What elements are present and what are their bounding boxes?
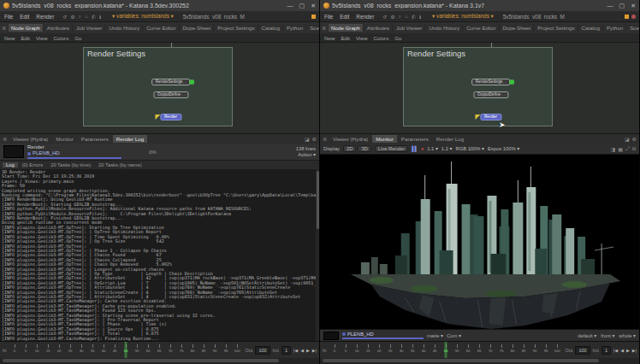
pause-icon[interactable]: ▌▌ <box>412 146 418 151</box>
catalog-dropdown[interactable]: whole ▾ <box>619 333 636 338</box>
pane-tab[interactable]: Python <box>284 24 306 32</box>
catalog-dropdown[interactable]: front ▾ <box>601 333 614 338</box>
gain-select[interactable]: 1.2 ▾ <box>441 146 453 151</box>
log-tab[interactable]: Log <box>3 162 18 167</box>
render-node[interactable]: Render <box>480 114 501 120</box>
render-log-output[interactable]: 3D Render: Render Start Time: Fri Dec 13… <box>0 169 319 341</box>
transport-button[interactable]: ▶| <box>632 348 637 353</box>
nodegraph-menu-item[interactable]: New <box>4 35 15 41</box>
window-control-button[interactable]: — <box>287 3 293 9</box>
transport-button[interactable]: ◀ <box>620 348 624 353</box>
menu-item[interactable]: Render <box>355 14 375 20</box>
nodegraph-menu-item[interactable]: Colors <box>53 35 68 41</box>
timeline-inc-field[interactable]: 1 <box>601 346 611 355</box>
snapshot-icon[interactable]: ⧉ <box>632 146 636 152</box>
timeline-out-field[interactable]: 100 <box>255 346 270 355</box>
pane-tab[interactable]: Attributes <box>44 24 73 32</box>
window-control-button[interactable]: — <box>607 3 613 9</box>
timeline-scrollbar-thumb[interactable] <box>323 359 599 362</box>
scene-file-button[interactable]: 5v5Islands_v08_rocks_M <box>503 14 565 20</box>
window-control-button[interactable]: ✕ <box>631 3 636 9</box>
pane-tab[interactable]: Undo History <box>106 24 143 32</box>
pane-tab[interactable]: Undo History <box>426 24 463 32</box>
panel-tab[interactable]: Parameters <box>78 135 112 143</box>
toolbar-icon[interactable]: ⌕ <box>399 14 401 20</box>
catalog-item[interactable]: PLENB_HD <box>342 332 424 339</box>
expand-icon[interactable]: ⤢ <box>625 146 630 152</box>
outputdefine-node[interactable]: OutputDefine <box>473 91 508 98</box>
render-thumbnail[interactable] <box>3 145 24 158</box>
rendersettings-node[interactable]: RenderSettings <box>151 79 191 85</box>
toolbar-icon[interactable]: ⌂ <box>405 14 408 20</box>
log-tab[interactable]: 20 Tasks (by time) <box>47 162 94 167</box>
timeline-scrollbar-thumb[interactable] <box>3 359 279 362</box>
window-control-button[interactable]: ▢ <box>299 3 305 9</box>
pane-tab[interactable]: Project Settings <box>535 24 578 32</box>
pane-tab[interactable]: Job Viewer <box>74 24 106 32</box>
titlebar-right[interactable]: 5v5Islands_v08_rocks_expansion.katana* -… <box>320 0 639 11</box>
timeline-out-field[interactable]: 100 <box>575 346 590 355</box>
nodegraph-menu-item[interactable]: Go <box>74 35 81 41</box>
channel-select[interactable]: RGB 100% ▾ <box>455 146 484 151</box>
compare-icon[interactable]: ◨ <box>611 146 616 152</box>
scene-file-button[interactable]: 5v5Islands_v08_rocks_M <box>183 14 245 20</box>
transport-button[interactable]: ▶ <box>626 348 630 353</box>
catalog-dropdown[interactable]: default ▾ <box>578 333 596 338</box>
transport-button[interactable]: ◀ <box>300 348 304 353</box>
pane-tab[interactable]: Catalog <box>259 24 283 32</box>
log-scrollbar[interactable] <box>316 169 319 341</box>
toolbar-icon[interactable]: ⌂ <box>85 14 88 20</box>
timeline-scrollbar[interactable] <box>0 358 319 364</box>
rendersettings-node[interactable]: RenderSettings <box>471 79 511 85</box>
nodegraph-menu-item[interactable]: View <box>36 35 47 41</box>
menu-item[interactable]: File <box>3 14 14 20</box>
nodegraph-canvas-right[interactable]: Render Settings RenderSettings OutputDef… <box>320 43 639 133</box>
pane-tab[interactable]: Dope Sheet <box>501 24 535 32</box>
pane-tab[interactable]: Curve Editor <box>464 24 499 32</box>
menu-item[interactable]: File <box>323 14 334 20</box>
transport-button[interactable]: |◀ <box>613 348 618 353</box>
panel-tab[interactable]: Viewer (Hydra) <box>329 135 371 143</box>
toolbar-icon[interactable]: ✆ <box>412 14 416 20</box>
view-flag-icon[interactable] <box>189 79 194 85</box>
dimension-button[interactable]: 3D <box>358 145 370 152</box>
log-scrollbar-thumb[interactable] <box>317 171 319 229</box>
panel-tab[interactable]: Viewer (Hydra) <box>9 135 51 143</box>
nodegraph-menu-item[interactable]: Go <box>394 35 401 41</box>
outputdefine-node[interactable]: OutputDefine <box>153 91 188 98</box>
dimension-button[interactable]: 2D <box>343 145 356 152</box>
panel-tab[interactable]: Parameters <box>398 135 432 143</box>
view-flag-icon[interactable] <box>509 79 514 85</box>
window-control-button[interactable]: ▢ <box>619 3 625 9</box>
toolbar-icon[interactable]: ↺ <box>62 14 67 20</box>
gear-icon[interactable]: ⚙ <box>312 136 317 142</box>
transport-button[interactable]: |◀ <box>293 348 298 353</box>
log-tab[interactable]: (0) Errors <box>19 162 46 167</box>
transport-button[interactable]: ▶ <box>306 348 310 353</box>
pin-icon[interactable]: ◪ <box>305 136 310 142</box>
variables-button[interactable]: ▾ variables: numIslands ▾ <box>112 13 174 20</box>
action-dropdown[interactable]: Action ▾ <box>296 152 316 158</box>
catalog-dropdown[interactable]: Com ▾ <box>447 333 461 338</box>
toolbar-icon[interactable]: ℹ <box>419 14 421 20</box>
panel-tab[interactable]: Render Log <box>433 135 467 143</box>
pane-tab[interactable]: Attributes <box>364 24 393 32</box>
pane-tab[interactable]: Scene Gr <box>627 24 639 32</box>
nodegraph-menu-item[interactable]: Colors <box>373 35 388 41</box>
menu-item[interactable]: Edit <box>19 14 30 20</box>
pane-tab[interactable]: Job Viewer <box>394 24 426 32</box>
panel-tab[interactable]: Monitor <box>372 135 397 143</box>
nodegraph-canvas-left[interactable]: Render Settings RenderSettings OutputDef… <box>0 43 319 133</box>
log-tab[interactable]: 20 Tasks (by name) <box>95 162 145 167</box>
toolbar-icon[interactable]: ⌕ <box>79 14 81 20</box>
catalog-dropdown[interactable]: matte ▾ <box>427 333 443 338</box>
menu-item[interactable]: Render <box>35 14 55 20</box>
grid-icon[interactable]: ▦ <box>618 146 623 152</box>
record-icon[interactable]: ● <box>421 146 424 151</box>
toolbar-icon[interactable]: ⚙ <box>390 14 394 20</box>
toolbar-icon[interactable]: ⚙ <box>70 14 74 20</box>
monitor-viewport[interactable] <box>320 155 639 329</box>
panel-tab[interactable]: Render Log <box>113 135 147 143</box>
pane-tab[interactable]: Node Graph <box>9 24 44 32</box>
pane-tab[interactable]: Node Graph <box>329 24 364 32</box>
